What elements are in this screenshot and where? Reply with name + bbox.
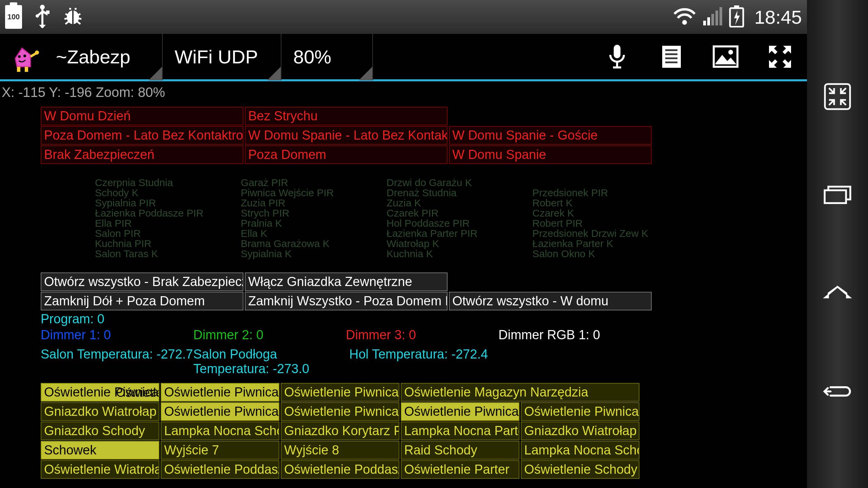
sensor-label: Ella K — [241, 228, 387, 239]
output-button[interactable]: Lampka Nocna Schody L — [521, 441, 639, 460]
image-icon[interactable] — [712, 43, 739, 70]
sensor-label: Ella PIR — [95, 218, 241, 228]
collapse-icon[interactable] — [817, 80, 858, 114]
svg-rect-33 — [825, 190, 846, 203]
sensor-label: Salon Taras K — [95, 249, 241, 259]
output-button[interactable]: Oświetlenie Schody — [521, 460, 639, 479]
sensor-label: Robert K — [532, 198, 678, 208]
mode-button[interactable]: W Domu Spanie — [449, 145, 652, 164]
svg-rect-32 — [825, 84, 850, 109]
sensor-label: Łazienka Parter PIR — [387, 228, 532, 239]
svg-rect-19 — [17, 67, 20, 72]
svg-rect-2 — [46, 11, 50, 14]
sensor-label: Sypialnia PIR — [95, 198, 241, 208]
mode-button[interactable]: W Domu Spanie - Goście — [449, 126, 652, 145]
sensor-label: Łazienka Parter K — [532, 239, 678, 249]
mode-button[interactable]: Bez Strychu — [245, 107, 448, 125]
output-button[interactable]: Oświetlenie Piwnica Wejście — [281, 383, 399, 402]
output-button[interactable]: Raid Schody — [401, 441, 519, 460]
status-bar: 100 18:45 — [0, 0, 807, 34]
clock-text: 18:45 — [754, 6, 802, 28]
mode-button[interactable]: Brak Zabezpieczeń — [41, 145, 243, 164]
output-button[interactable]: Gniazdko Korytarz Parter — [281, 422, 399, 440]
svg-point-17 — [18, 55, 21, 58]
svg-line-11 — [77, 21, 80, 24]
svg-point-13 — [75, 8, 77, 10]
sensor-label — [532, 178, 678, 188]
output-button[interactable]: Wyjście 7 — [161, 441, 279, 460]
output-button[interactable]: Oświetlenie Magazyn Narzędzia — [401, 383, 639, 402]
output-button[interactable]: Gniazdko Wiatrołap PN 2 — [41, 402, 159, 421]
svg-line-10 — [65, 21, 69, 24]
output-button[interactable]: Oświetlenie Piwnica MagazynOświetlenie — [41, 383, 159, 402]
sensor-grid: Czerpnia StudniaSchody KSypialnia PIRŁaz… — [95, 178, 766, 259]
svg-point-12 — [69, 8, 71, 10]
sensor-label: Robert PIR — [532, 218, 678, 228]
battery-icon: 100 — [5, 5, 22, 29]
app-logo-icon[interactable] — [3, 38, 41, 75]
output-button[interactable]: Oświetlenie Wiatrołap — [41, 460, 159, 479]
sensor-label: Kuchnia K — [387, 249, 532, 259]
dropdown-category[interactable]: ~Zabezp — [44, 33, 163, 80]
action-button[interactable]: Włącz Gniazdka Zewnętrzne — [245, 272, 448, 291]
svg-line-8 — [64, 18, 68, 19]
recent-apps-icon[interactable] — [817, 178, 858, 212]
output-button[interactable]: Oświetlenie Piwnica Przetwory — [161, 383, 279, 402]
svg-point-31 — [728, 50, 733, 55]
mode-button[interactable]: W Domu Dzień — [41, 107, 243, 125]
output-button[interactable]: Lampka Nocna Parter — [401, 422, 519, 440]
svg-point-21 — [35, 50, 39, 55]
usb-icon — [34, 4, 51, 29]
home-icon[interactable] — [817, 276, 858, 310]
output-button[interactable]: Oświetlenie Poddasze Zachód — [281, 460, 399, 479]
fullscreen-icon[interactable] — [766, 43, 793, 70]
sensor-label: Łazienka Poddasze PIR — [95, 208, 241, 218]
sensor-label: Drzwi do Garażu K — [387, 178, 532, 188]
output-button[interactable]: Oświetlenie Piwnica Narzędzia — [401, 402, 519, 421]
output-button[interactable]: Wyjście 8 — [281, 441, 399, 460]
wifi-icon — [673, 7, 696, 27]
list-icon[interactable] — [658, 43, 685, 70]
svg-rect-25 — [662, 46, 681, 68]
sensor-label: Salon PIR — [95, 228, 241, 239]
svg-point-18 — [23, 55, 26, 57]
sensor-label: Strych PIR — [241, 208, 387, 218]
output-button[interactable]: Oświetlenie Poddasze Wschód — [161, 460, 279, 479]
app-toolbar: ~Zabezp WiFi UDP 80% — [0, 34, 807, 81]
temp-status: Hol Temperatura: -272.4 — [349, 347, 502, 376]
sensor-label: Zuzia PIR — [241, 198, 387, 208]
dimmer-status: Dimmer RGB 1: 0 — [498, 328, 651, 342]
output-button[interactable]: Gniazdko Schody — [41, 422, 159, 440]
mode-button[interactable]: W Domu Spanie - Lato Bez Kontaktronów na… — [245, 126, 448, 145]
battery-charging-icon — [729, 5, 744, 29]
debug-icon — [63, 7, 83, 27]
output-button[interactable]: Oświetlenie Parter — [401, 460, 519, 479]
svg-rect-1 — [41, 8, 43, 25]
sensor-label: Sypialnia K — [241, 249, 387, 259]
output-button[interactable]: Schowek — [41, 441, 159, 460]
output-button[interactable]: Oświetlenie Piwnica Hol — [161, 402, 279, 421]
microphone-icon[interactable] — [604, 43, 631, 70]
sensor-label: Schody K — [95, 188, 241, 198]
dropdown-zoom[interactable]: 80% — [281, 33, 373, 80]
sensor-label: Czarek PIR — [387, 208, 532, 218]
position-readout: X: -115 Y: -196 Zoom: 80% — [0, 81, 807, 103]
action-button[interactable]: Zamknij Wszystko - Poza Domem Lato Bez K… — [245, 292, 448, 310]
action-button[interactable]: Otwórz wszystko - W domu — [449, 292, 652, 310]
dropdown-connection[interactable]: WiFi UDP — [163, 33, 281, 80]
mode-button[interactable]: Poza Domem — [245, 145, 448, 164]
mode-button[interactable]: Poza Domem - Lato Bez Kontaktronów — [41, 126, 243, 145]
svg-rect-5 — [72, 11, 74, 24]
dimmer-status: Dimmer 2: 0 — [193, 328, 346, 342]
output-button[interactable]: Oświetlenie Piwnica Kotłownia — [281, 402, 399, 421]
sensor-label: Wiatrołap K — [387, 239, 532, 249]
sensor-label: Czerpnia Studnia — [95, 178, 241, 188]
output-button[interactable]: Oświetlenie Piwnica Win — [521, 402, 639, 421]
output-button[interactable]: Lampka Nocna Schody P — [161, 422, 279, 440]
sensor-label: Przedsionek PIR — [532, 188, 678, 198]
action-button[interactable]: Zamknij Dół + Poza Domem — [41, 292, 243, 310]
svg-rect-20 — [25, 67, 28, 72]
output-button[interactable]: Gniazdko Wiatrołap PN 1 — [521, 422, 639, 440]
action-button[interactable]: Otwórz wszystko - Brak Zabezpieczeń — [41, 272, 243, 291]
back-icon[interactable] — [817, 374, 858, 408]
